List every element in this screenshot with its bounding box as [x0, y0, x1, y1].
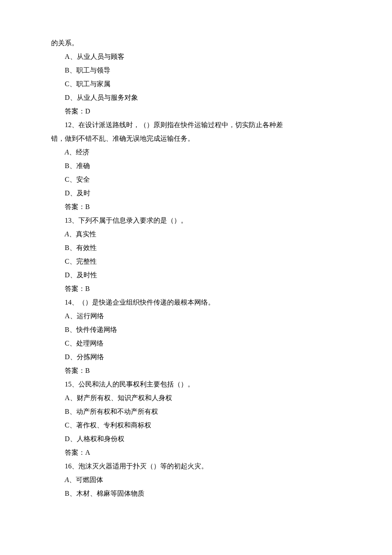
text-line: 答案：D	[51, 105, 341, 118]
text-line: D、分拣网络	[51, 350, 341, 364]
text-line: B、准确	[51, 159, 341, 173]
text-line: 12、在设计派送路线时，（）原则指在快件运输过程中，切实防止各种差	[51, 118, 341, 132]
document-content: 的关系。A、从业人员与顾客B、职工与领导C、职工与家属D、从业人员与服务对象答案…	[51, 36, 341, 500]
option-letter: A	[65, 476, 69, 483]
text-line: C、著作权、专利权和商标权	[51, 418, 341, 432]
text-line: 错，做到不错不乱、准确无误地完成运输任务。	[51, 132, 341, 145]
text-line: B、有效性	[51, 241, 341, 255]
option-text: 、可燃固体	[69, 476, 103, 483]
text-line: 13、下列不属于信息录入要求的是（）。	[51, 214, 341, 227]
option-letter: A	[65, 230, 69, 238]
option-letter: A	[65, 148, 69, 156]
text-line: 16、泡沫灭火器适用于扑灭（）等的初起火灾。	[51, 459, 341, 473]
text-line: 答案：B	[51, 282, 341, 296]
text-line: A、财产所有权、知识产权和人身权	[51, 391, 341, 405]
document-page: 的关系。A、从业人员与顾客B、职工与领导C、职工与家属D、从业人员与服务对象答案…	[0, 0, 392, 555]
text-line: 答案：B	[51, 200, 341, 214]
text-line: D、人格权和身份权	[51, 432, 341, 446]
text-line: 15、公民和法人的民事权利主要包括（）。	[51, 378, 341, 391]
text-line: B、快件传递网络	[51, 323, 341, 337]
text-line: D、及时	[51, 186, 341, 200]
text-line: 的关系。	[51, 36, 341, 50]
text-line: B、木材、棉麻等固体物质	[51, 487, 341, 500]
text-line: C、职工与家属	[51, 77, 341, 91]
option-text: 、真实性	[69, 230, 96, 238]
text-line: A、从业人员与顾客	[51, 50, 341, 64]
text-line: B、动产所有权和不动产所有权	[51, 405, 341, 418]
text-line: D、从业人员与服务对象	[51, 91, 341, 105]
text-line: A、真实性	[51, 227, 341, 241]
text-line: 14、（）是快递企业组织快件传递的最根本网络。	[51, 296, 341, 309]
text-line: 答案：A	[51, 446, 341, 459]
text-line: B、职工与领导	[51, 64, 341, 77]
text-line: D、及时性	[51, 268, 341, 282]
text-line: A、可燃固体	[51, 473, 341, 487]
text-line: A、经济	[51, 145, 341, 159]
option-text: 、经济	[69, 148, 89, 156]
text-line: C、处理网络	[51, 337, 341, 350]
text-line: 答案：B	[51, 364, 341, 378]
text-line: A、运行网络	[51, 309, 341, 323]
text-line: C、完整性	[51, 255, 341, 268]
text-line: C、安全	[51, 173, 341, 186]
